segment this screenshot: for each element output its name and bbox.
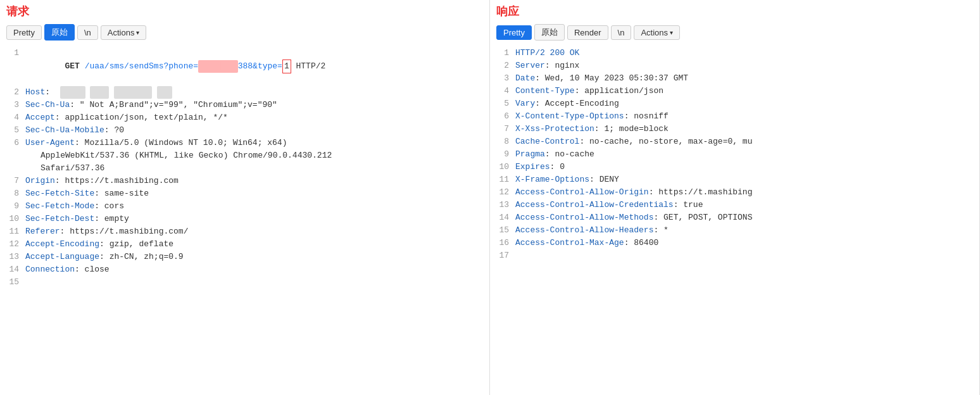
- response-line-4: 4 Content-Type: application/json: [490, 85, 979, 97]
- request-line-15: 15: [0, 276, 489, 289]
- response-line-14: 14 Access-Control-Allow-Methods: GET, PO…: [490, 211, 979, 224]
- chevron-down-icon: ▾: [136, 29, 139, 36]
- request-line-6c: Safari/537.36: [0, 162, 489, 175]
- response-title: 响应: [496, 4, 973, 22]
- response-line-12: 12 Access-Control-Allow-Origin: https://…: [490, 186, 979, 199]
- response-actions-button[interactable]: Actions ▾: [634, 25, 680, 40]
- redacted-phone: ███████: [198, 60, 238, 73]
- request-title: 请求: [6, 4, 483, 22]
- response-line-11: 11 X-Frame-Options: DENY: [490, 173, 979, 186]
- response-render-button[interactable]: Render: [567, 25, 608, 40]
- response-panel: 响应 Pretty 原始 Render \n Actions ▾ 1 HTTP/…: [490, 0, 980, 395]
- response-pretty-button[interactable]: Pretty: [496, 25, 532, 40]
- request-line-6b: AppleWebKit/537.36 (KHTML, like Gecko) C…: [0, 149, 489, 162]
- request-toolbar: Pretty 原始 \n Actions ▾: [6, 22, 483, 44]
- highlight-type-value: 1: [282, 60, 291, 73]
- response-newline-button[interactable]: \n: [611, 25, 632, 40]
- request-line-6: 6 User-Agent: Mozilla/5.0 (Windows NT 10…: [0, 137, 489, 149]
- request-line-11: 11 Referer: https://t.mashibing.com/: [0, 225, 489, 238]
- response-line-5: 5 Vary: Accept-Encoding: [490, 97, 979, 110]
- response-line-15: 15 Access-Control-Allow-Headers: *: [490, 224, 979, 237]
- response-line-8: 8 Cache-Control: no-cache, no-store, max…: [490, 135, 979, 148]
- request-line-13: 13 Accept-Language: zh-CN, zh;q=0.9: [0, 251, 489, 263]
- response-line-9: 9 Pragma: no-cache: [490, 148, 979, 161]
- request-pretty-button[interactable]: Pretty: [6, 25, 42, 40]
- request-line-5: 5 Sec-Ch-Ua-Mobile: ?0: [0, 124, 489, 137]
- request-line-9: 9 Sec-Fetch-Mode: cors: [0, 200, 489, 213]
- request-raw-button[interactable]: 原始: [44, 24, 75, 41]
- request-line-2: 2 Host: ███ ██ ██████ ██: [0, 86, 489, 99]
- response-line-2: 2 Server: nginx: [490, 60, 979, 72]
- request-line-7: 7 Origin: https://t.mashibing.com: [0, 175, 489, 187]
- request-line-12: 12 Accept-Encoding: gzip, deflate: [0, 238, 489, 251]
- response-line-7: 7 X-Xss-Protection: 1; mode=block: [490, 123, 979, 135]
- response-line-6: 6 X-Content-Type-Options: nosniff: [490, 110, 979, 123]
- request-line-4: 4 Accept: application/json, text/plain, …: [0, 111, 489, 124]
- response-toolbar: Pretty 原始 Render \n Actions ▾: [496, 22, 973, 44]
- request-url: /uaa/sms/sendSms?phone=: [80, 61, 198, 71]
- response-line-13: 13 Access-Control-Allow-Credentials: tru…: [490, 199, 979, 211]
- response-content: 1 HTTP/2 200 OK 2 Server: nginx 3 Date: …: [490, 44, 979, 395]
- response-raw-button[interactable]: 原始: [534, 24, 565, 41]
- request-panel: 请求 Pretty 原始 \n Actions ▾ 1 GET /uaa/sms…: [0, 0, 490, 395]
- response-line-10: 10 Expires: 0: [490, 161, 979, 173]
- http-method: GET: [65, 61, 79, 71]
- chevron-down-icon: ▾: [670, 29, 673, 36]
- request-newline-button[interactable]: \n: [77, 25, 98, 40]
- response-header: 响应 Pretty 原始 Render \n Actions ▾: [490, 0, 979, 44]
- request-line-14: 14 Connection: close: [0, 263, 489, 276]
- request-line-10: 10 Sec-Fetch-Dest: empty: [0, 213, 489, 225]
- response-line-1: 1 HTTP/2 200 OK: [490, 47, 979, 60]
- response-line-17: 17: [490, 249, 979, 262]
- response-line-16: 16 Access-Control-Max-Age: 86400: [490, 237, 979, 249]
- request-line-1: 1 GET /uaa/sms/sendSms?phone=███████388&…: [0, 47, 489, 86]
- request-line-8: 8 Sec-Fetch-Site: same-site: [0, 187, 489, 200]
- request-actions-button[interactable]: Actions ▾: [101, 25, 147, 40]
- request-line-3: 3 Sec-Ch-Ua: " Not A;Brand";v="99", "Chr…: [0, 99, 489, 111]
- request-content: 1 GET /uaa/sms/sendSms?phone=███████388&…: [0, 44, 489, 395]
- request-header: 请求 Pretty 原始 \n Actions ▾: [0, 0, 489, 44]
- response-line-3: 3 Date: Wed, 10 May 2023 05:30:37 GMT: [490, 72, 979, 85]
